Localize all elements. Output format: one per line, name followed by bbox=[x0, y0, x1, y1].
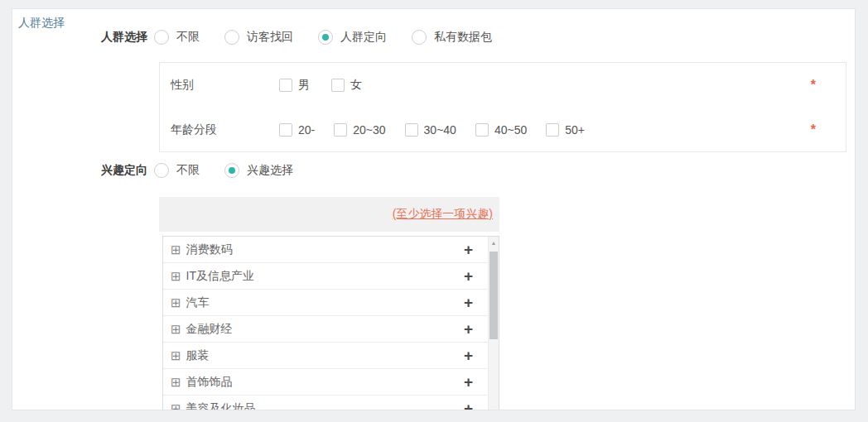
interest-category-label: 金融财经 bbox=[186, 322, 233, 337]
radio-icon[interactable] bbox=[154, 30, 169, 45]
checkbox-option-label: 男 bbox=[298, 78, 310, 93]
interest-targeting-row: 兴趣定向 不限 兴趣选择 bbox=[101, 162, 293, 179]
radio-icon[interactable] bbox=[224, 163, 239, 178]
required-asterisk: * bbox=[811, 79, 816, 92]
checkbox-option-label: 女 bbox=[350, 78, 362, 93]
interest-category-row[interactable]: ⊞ 服装 + bbox=[163, 343, 488, 369]
checkbox-option-label: 50+ bbox=[565, 123, 585, 137]
interest-category-label: 消费数码 bbox=[186, 242, 233, 257]
interest-category-row[interactable]: ⊞ 首饰饰品 + bbox=[163, 369, 488, 396]
scrollbar[interactable]: ▲ bbox=[488, 237, 499, 410]
audience-type-label: 人群选择 bbox=[101, 30, 147, 45]
age-checkbox-option[interactable]: 40~50 bbox=[475, 123, 527, 137]
section-title: 人群选择 bbox=[18, 16, 65, 31]
interest-category-row[interactable]: ⊞ 美容及化妆品 + bbox=[163, 396, 488, 410]
checkbox-icon[interactable] bbox=[405, 123, 418, 137]
interest-category-list: ⊞ 消费数码 + ⊞ IT及信息产业 + ⊞ 汽车 + ⊞ 金融财经 bbox=[162, 236, 499, 410]
expand-icon[interactable]: ⊞ bbox=[171, 243, 181, 256]
add-icon[interactable]: + bbox=[464, 400, 473, 410]
gender-row: 性别 男 女 * bbox=[160, 63, 846, 108]
expand-icon[interactable]: ⊞ bbox=[171, 402, 181, 410]
expand-icon[interactable]: ⊞ bbox=[171, 349, 181, 362]
age-checkbox-group: 20- 20~30 30~40 40~50 50+ bbox=[279, 123, 585, 137]
radio-option-label: 不限 bbox=[176, 163, 200, 178]
audience-radio-option[interactable]: 不限 bbox=[154, 30, 200, 45]
audience-radio-option[interactable]: 访客找回 bbox=[224, 30, 293, 45]
gender-label: 性别 bbox=[171, 78, 279, 93]
scrollbar-thumb[interactable] bbox=[489, 252, 498, 339]
age-row: 年龄分段 20- 20~30 30~40 bbox=[160, 108, 846, 152]
add-icon[interactable]: + bbox=[464, 348, 473, 363]
add-icon[interactable]: + bbox=[464, 268, 473, 284]
radio-option-label: 访客找回 bbox=[247, 30, 293, 45]
expand-icon[interactable]: ⊞ bbox=[171, 270, 181, 282]
audience-type-row: 人群选择 不限 访客找回 人群定向 私有数据包 bbox=[101, 29, 492, 46]
checkbox-option-label: 40~50 bbox=[494, 123, 527, 137]
interest-category-label: 服装 bbox=[186, 348, 210, 363]
interest-radio-group: 不限 兴趣选择 bbox=[154, 163, 293, 178]
checkbox-option-label: 20- bbox=[298, 123, 315, 137]
radio-icon[interactable] bbox=[318, 30, 333, 45]
gender-checkbox-option[interactable]: 男 bbox=[279, 78, 310, 93]
checkbox-option-label: 30~40 bbox=[424, 123, 456, 137]
interest-category-label: 汽车 bbox=[186, 295, 210, 310]
interest-category-row[interactable]: ⊞ 汽车 + bbox=[163, 290, 488, 316]
checkbox-icon[interactable] bbox=[546, 123, 559, 137]
age-checkbox-option[interactable]: 30~40 bbox=[405, 123, 456, 137]
gender-checkbox-option[interactable]: 女 bbox=[331, 78, 362, 93]
interest-hint-link[interactable]: (至少选择一项兴趣) bbox=[393, 207, 493, 222]
audience-radio-option[interactable]: 人群定向 bbox=[318, 30, 387, 45]
audience-selection-panel: 人群选择 人群选择 不限 访客找回 人群定向 私有数据 bbox=[12, 8, 856, 410]
screen: 人群选择 人群选择 不限 访客找回 人群定向 私有数据 bbox=[0, 0, 868, 422]
interest-radio-option[interactable]: 兴趣选择 bbox=[224, 163, 293, 178]
radio-option-label: 私有数据包 bbox=[434, 30, 492, 45]
age-checkbox-option[interactable]: 20- bbox=[279, 123, 315, 137]
checkbox-icon[interactable] bbox=[475, 123, 489, 137]
demographics-panel: 性别 男 女 * 年龄分段 bbox=[159, 62, 846, 152]
gender-checkbox-group: 男 女 bbox=[279, 78, 362, 93]
expand-icon[interactable]: ⊞ bbox=[171, 376, 181, 388]
checkbox-icon[interactable] bbox=[331, 79, 345, 92]
radio-option-label: 兴趣选择 bbox=[247, 163, 293, 178]
add-icon[interactable]: + bbox=[464, 242, 473, 257]
interest-targeting-label: 兴趣定向 bbox=[101, 163, 147, 178]
radio-option-label: 人群定向 bbox=[340, 30, 387, 45]
interest-category-rows: ⊞ 消费数码 + ⊞ IT及信息产业 + ⊞ 汽车 + ⊞ 金融财经 bbox=[163, 237, 488, 410]
interest-category-label: 美容及化妆品 bbox=[186, 401, 256, 411]
add-icon[interactable]: + bbox=[464, 374, 473, 390]
radio-icon[interactable] bbox=[412, 30, 427, 45]
age-checkbox-option[interactable]: 20~30 bbox=[334, 123, 385, 137]
audience-type-radio-group: 不限 访客找回 人群定向 私有数据包 bbox=[154, 30, 492, 45]
interest-radio-option[interactable]: 不限 bbox=[154, 163, 200, 178]
checkbox-icon[interactable] bbox=[279, 123, 292, 137]
radio-icon[interactable] bbox=[224, 30, 239, 45]
interest-category-row[interactable]: ⊞ 消费数码 + bbox=[163, 237, 488, 263]
interest-category-row[interactable]: ⊞ IT及信息产业 + bbox=[163, 263, 488, 290]
age-checkbox-option[interactable]: 50+ bbox=[546, 123, 585, 137]
radio-option-label: 不限 bbox=[176, 30, 200, 45]
audience-radio-option[interactable]: 私有数据包 bbox=[412, 30, 492, 45]
scroll-up-arrow-icon[interactable]: ▲ bbox=[489, 237, 499, 249]
checkbox-icon[interactable] bbox=[334, 123, 347, 137]
interest-category-row[interactable]: ⊞ 金融财经 + bbox=[163, 316, 488, 343]
add-icon[interactable]: + bbox=[464, 295, 473, 310]
interest-category-label: IT及信息产业 bbox=[186, 269, 254, 284]
interest-category-label: 首饰饰品 bbox=[186, 375, 233, 390]
checkbox-option-label: 20~30 bbox=[353, 123, 385, 137]
checkbox-icon[interactable] bbox=[279, 79, 292, 92]
interest-hint-box: (至少选择一项兴趣) bbox=[159, 197, 499, 232]
expand-icon[interactable]: ⊞ bbox=[171, 296, 181, 309]
expand-icon[interactable]: ⊞ bbox=[171, 323, 181, 335]
add-icon[interactable]: + bbox=[464, 321, 473, 337]
radio-icon[interactable] bbox=[154, 163, 169, 178]
age-label: 年龄分段 bbox=[171, 122, 279, 137]
required-asterisk: * bbox=[811, 123, 816, 137]
